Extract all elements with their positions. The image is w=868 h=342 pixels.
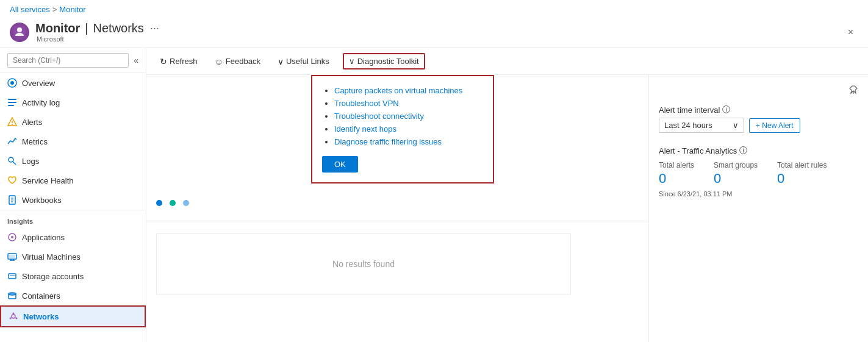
svg-point-16 [11,236,13,238]
svg-point-29 [16,318,18,319]
metrics-icon [7,137,17,146]
alert-interval-title: Alert time interval ⓘ [659,104,858,115]
main-layout: « Overview Activity log Alerts [0,48,868,342]
header-app-title: Monitor [35,21,80,35]
chevron-down-icon: ∨ [278,57,284,66]
svg-point-9 [9,157,13,162]
diagnose-traffic-link[interactable]: Diagnose traffic filtering issues [334,137,442,146]
stat-smart-groups: Smart groups 0 [714,161,758,187]
troubleshoot-connectivity-link[interactable]: Troubleshoot connectivity [334,112,424,121]
refresh-icon: ↻ [160,57,167,66]
sidebar-label-logs: Logs [22,157,39,166]
list-item: Capture packets on virtual machines [334,86,483,95]
refresh-label: Refresh [170,57,198,66]
sidebar-item-metrics[interactable]: Metrics [0,132,146,151]
sidebar-item-applications[interactable]: Applications [0,227,146,247]
sidebar: « Overview Activity log Alerts [0,48,146,342]
sidebar-item-overview[interactable]: Overview [0,73,146,93]
sidebar-item-activity-log[interactable]: Activity log [0,93,146,112]
content-main: Capture packets on virtual machines Trou… [146,75,648,342]
svg-rect-18 [9,255,15,258]
sidebar-label-metrics: Metrics [22,137,48,146]
pin-button[interactable] [659,85,858,97]
header-page-subtitle: Networks [93,21,144,35]
smart-groups-label: Smart groups [714,161,758,169]
sidebar-item-networks[interactable]: Networks [0,305,146,327]
interval-chevron-icon: ∨ [733,121,739,130]
workbooks-icon [7,195,17,205]
ok-button[interactable]: OK [322,156,358,173]
troubleshoot-vpn-link[interactable]: Troubleshoot VPN [334,99,399,108]
svg-rect-5 [8,105,14,106]
applications-icon [7,232,17,242]
feedback-button[interactable]: ☺ Feedback [211,54,264,69]
sidebar-label-networks: Networks [23,312,59,321]
total-alerts-value: 0 [659,171,694,187]
total-alert-rules-label: Total alert rules [777,161,827,169]
service-health-icon [7,176,17,185]
traffic-analytics-info-icon: ⓘ [739,145,747,156]
search-input[interactable] [7,53,129,68]
collapse-button[interactable]: « [134,55,138,65]
activity-log-icon [7,98,17,107]
diagnostic-toolkit-label: Diagnostic Toolkit [357,57,419,66]
identify-next-hops-link[interactable]: Identify next hops [334,124,396,134]
breadcrumb-all-services[interactable]: All services [10,5,50,14]
total-alert-rules-value: 0 [777,171,827,187]
alerts-icon [7,117,17,127]
header-more-options[interactable]: ··· [150,22,159,35]
sidebar-label-service-health: Service Health [22,176,74,185]
svg-point-28 [13,313,15,315]
feedback-label: Feedback [226,57,260,66]
breadcrumb-monitor[interactable]: Monitor [59,5,85,14]
chart-area [146,185,648,221]
sidebar-label-alerts: Alerts [22,118,42,127]
right-panel: Alert time interval ⓘ Last 24 hours ∨ + … [648,75,868,342]
diagnostic-toolkit-button[interactable]: ∨ Diagnostic Toolkit [343,53,425,69]
sidebar-item-storage-accounts[interactable]: Storage accounts [0,266,146,286]
sidebar-label-overview: Overview [22,79,55,88]
list-item: Troubleshoot connectivity [334,112,483,121]
breadcrumb-separator: > [52,5,57,14]
alert-interval-label: Alert time interval [659,105,720,115]
logs-icon [7,156,17,166]
stat-total-alert-rules: Total alert rules 0 [777,161,827,187]
sidebar-label-workbooks: Workbooks [22,196,62,205]
svg-point-2 [10,81,14,85]
no-results-text: No results found [332,259,395,269]
total-alerts-label: Total alerts [659,161,694,169]
useful-links-label: Useful Links [286,57,329,66]
containers-icon [7,291,17,301]
new-alert-button[interactable]: + New Alert [749,118,800,133]
sidebar-label-containers: Containers [22,291,60,301]
toolbar: ↻ Refresh ☺ Feedback ∨ Useful Links ∨ Di… [146,48,868,75]
sidebar-item-alerts[interactable]: Alerts [0,112,146,132]
header-company: Microsoft [37,35,159,43]
useful-links-button[interactable]: ∨ Useful Links [274,54,333,69]
interval-select-dropdown[interactable]: Last 24 hours ∨ [659,118,744,133]
sidebar-item-service-health[interactable]: Service Health [0,171,146,190]
svg-point-30 [10,318,12,319]
list-item: Diagnose traffic filtering issues [334,137,483,146]
sidebar-item-workbooks[interactable]: Workbooks [0,190,146,210]
traffic-analytics-label: Alert - Traffic Analytics [659,146,737,155]
svg-point-27 [12,315,15,318]
svg-rect-3 [8,99,16,100]
sidebar-label-applications: Applications [22,233,65,242]
svg-line-32 [15,318,16,318]
sidebar-item-logs[interactable]: Logs [0,151,146,171]
refresh-button[interactable]: ↻ Refresh [156,54,201,69]
header-divider: | [85,21,88,35]
sidebar-item-containers[interactable]: Containers [0,286,146,305]
close-button[interactable]: × [843,24,858,40]
list-item: Identify next hops [334,124,483,134]
capture-packets-link[interactable]: Capture packets on virtual machines [334,86,462,95]
search-box-container: « [0,48,146,73]
interval-value: Last 24 hours [664,121,712,130]
sidebar-item-virtual-machines[interactable]: Virtual Machines [0,247,146,266]
svg-rect-4 [8,102,16,103]
no-results-area: No results found [146,221,648,342]
svg-line-10 [13,162,16,165]
smart-groups-value: 0 [714,171,758,187]
svg-line-33 [12,318,12,318]
